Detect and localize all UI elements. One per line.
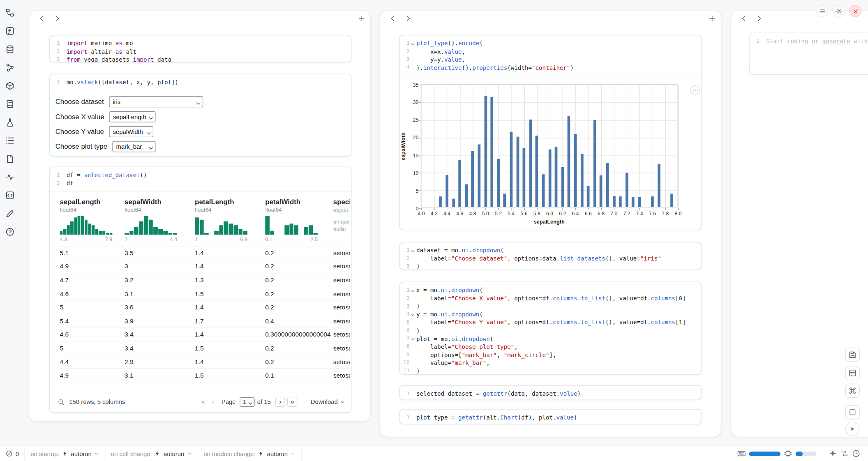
notebook-cell[interactable]: 1mo.vstack([dataset, x, y, plot])Choose … — [49, 74, 351, 157]
notebook-cell[interactable]: 1dataset = mo.ui.dropdown(2 label="Choos… — [399, 242, 702, 270]
fold-toggle-icon[interactable] — [410, 286, 416, 294]
variables-icon[interactable] — [4, 25, 16, 37]
shuffle-icon[interactable] — [840, 449, 849, 458]
next-page-button[interactable]: › — [275, 397, 285, 407]
line-number: 4 — [399, 64, 409, 72]
code-editor[interactable]: 1plot_type().encode(2 x=x.value,3 y=y.va… — [399, 35, 701, 71]
notebook-cell[interactable]: 1selected_dataset = getattr(data, datase… — [399, 385, 702, 400]
page-select[interactable]: 1 — [240, 397, 254, 406]
app-view-button[interactable] — [845, 405, 860, 420]
code-editor[interactable]: 1dataset = mo.ui.dropdown(2 label="Choos… — [399, 242, 701, 270]
fold-gutter — [410, 254, 416, 263]
fold-toggle-icon[interactable] — [410, 310, 416, 318]
tool-sidebar — [0, 0, 20, 445]
column-scroll-right-button[interactable] — [753, 13, 764, 24]
help-icon[interactable] — [4, 226, 16, 238]
notebook-cell[interactable]: 1plot_type().encode(2 x=x.value,3 y=y.va… — [399, 35, 702, 230]
x-tick-label: 6.6 — [585, 211, 592, 216]
chart-actions-button[interactable] — [690, 85, 700, 95]
outline-icon[interactable] — [4, 134, 16, 147]
dependencies-icon[interactable] — [4, 62, 16, 74]
column-scroll-right-button[interactable] — [402, 13, 413, 24]
dropdown-choose-x-value[interactable]: sepalLength — [109, 111, 156, 122]
table-column-header[interactable]: speciesobjectuniquenulls: — [333, 198, 350, 242]
table-column-header[interactable]: petalWidthfloat640.12.5 — [265, 198, 333, 242]
table-cell: 0.30000000000000004 — [265, 331, 333, 338]
notebook-cell[interactable]: 1df = selected_dataset()2dfsepalLengthfl… — [49, 166, 351, 413]
code-editor[interactable]: 1import marimo as mo2import altair as al… — [50, 35, 351, 62]
column-type: float64 — [125, 206, 195, 212]
line-number: 2 — [399, 254, 409, 263]
errors-indicator[interactable]: 0 — [0, 446, 25, 461]
column-scroll-left-button[interactable] — [387, 13, 398, 24]
fold-gutter — [60, 55, 66, 62]
run-button[interactable] — [845, 422, 860, 436]
keyboard-shortcuts-button[interactable] — [845, 383, 860, 398]
code-editor[interactable]: 1plot_type = getattr(alt.Chart(df), plot… — [399, 410, 701, 422]
history-icon[interactable] — [852, 449, 860, 458]
snippets-icon[interactable] — [4, 189, 16, 202]
packages-icon[interactable] — [4, 80, 16, 92]
notebook-menu-button[interactable] — [816, 5, 828, 17]
run-setting-on-module-change-[interactable]: on module change:autorun — [198, 446, 302, 461]
page-total-label: of 15 — [257, 399, 271, 405]
code-editor[interactable]: 1df = selected_dataset()2df — [50, 167, 351, 187]
notebook-cell[interactable]: 1import marimo as mo2import altair as al… — [49, 35, 351, 62]
settings-button[interactable] — [833, 5, 845, 17]
column-min-max: 4.37.9 — [60, 236, 112, 242]
dropdown-choose-dataset[interactable]: iris — [109, 96, 203, 107]
code-editor[interactable]: 1selected_dataset = getattr(data, datase… — [399, 386, 701, 398]
add-cell-button[interactable] — [356, 13, 367, 24]
run-setting-on-startup-[interactable]: on startup:autorun — [25, 446, 106, 461]
lightning-icon — [258, 450, 264, 456]
first-page-button[interactable]: « — [198, 397, 208, 407]
datasources-icon[interactable] — [4, 43, 16, 55]
column-scroll-right-button[interactable] — [51, 13, 62, 24]
code-editor[interactable]: 1x = mo.ui.dropdown(2 label="Choose X va… — [399, 282, 701, 375]
table-row: 53.41.50.2setosa — [60, 341, 350, 355]
download-button[interactable]: Download — [311, 399, 346, 405]
table-column-header[interactable]: sepalWidthfloat6424.4 — [125, 198, 195, 242]
search-icon[interactable] — [58, 398, 65, 406]
code-editor[interactable]: 1mo.vstack([dataset, x, y, plot]) — [50, 74, 351, 86]
code-line: 1dataset = mo.ui.dropdown( — [399, 246, 701, 254]
fold-gutter — [410, 327, 416, 335]
annotations-icon[interactable] — [4, 207, 16, 220]
table-cell: setosa — [333, 263, 350, 270]
logs-icon[interactable] — [4, 98, 16, 110]
run-setting-on-cell-change-[interactable]: on cell change:autorun — [105, 446, 198, 461]
table-cell: 2.9 — [125, 358, 195, 365]
dropdown-choose-y-value[interactable]: sepalWidth — [109, 126, 153, 137]
dropdown-choose-plot-type[interactable]: mark_bar — [112, 141, 155, 152]
save-button[interactable] — [845, 348, 860, 362]
fold-toggle-icon[interactable] — [410, 334, 416, 343]
scratchpad-icon[interactable] — [4, 116, 16, 129]
x-tick-label: 7.4 — [636, 211, 643, 216]
notebook-cell[interactable]: 1Start coding or generate with AI. — [749, 32, 868, 74]
run-setting-value: autorun — [164, 450, 184, 457]
table-column-header[interactable]: sepalLengthfloat644.37.9 — [60, 198, 125, 242]
fold-toggle-icon[interactable] — [410, 39, 416, 48]
notebook-cell[interactable]: 1plot_type = getattr(alt.Chart(df), plot… — [399, 409, 702, 424]
shutdown-button[interactable] — [849, 5, 861, 17]
tracebacks-icon[interactable] — [4, 171, 16, 183]
ai-assistant-icon[interactable] — [829, 449, 837, 458]
last-page-button[interactable]: » — [287, 397, 297, 407]
column-scroll-left-button[interactable] — [36, 13, 47, 24]
table-row: 4.42.91.40.2setosa — [60, 355, 350, 369]
fold-gutter — [60, 78, 66, 86]
fold-toggle-icon[interactable] — [410, 246, 416, 254]
code-editor[interactable]: 1Start coding or generate with AI. — [750, 33, 868, 45]
keyboard-icon[interactable] — [737, 449, 746, 458]
layout-button[interactable] — [845, 366, 860, 380]
memory-usage-bar — [749, 451, 780, 456]
file-explorer-icon[interactable] — [4, 7, 16, 19]
code-line: 1x = mo.ui.dropdown( — [399, 286, 701, 294]
documentation-icon[interactable] — [4, 153, 16, 165]
previous-page-button[interactable]: ‹ — [208, 397, 218, 407]
add-cell-button[interactable] — [706, 13, 718, 24]
table-column-header[interactable]: petalLengthfloat6416.9 — [195, 198, 265, 242]
notebook-cell[interactable]: 1x = mo.ui.dropdown(2 label="Choose X va… — [399, 282, 702, 375]
generate-with-ai-link[interactable]: generate — [822, 38, 850, 44]
column-scroll-left-button[interactable] — [738, 13, 749, 24]
